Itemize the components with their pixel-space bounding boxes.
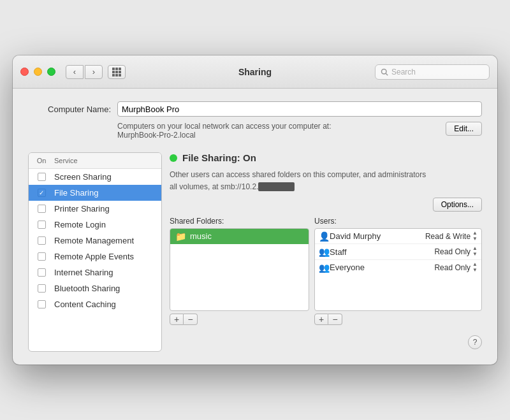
user-perm-stepper-everyone[interactable]: ▲ ▼ [472,262,477,273]
printer-sharing-label: Printer Sharing [54,204,161,214]
service-item-content-caching[interactable]: Content Caching [29,296,161,312]
svg-point-0 [382,69,387,74]
service-item-printer-sharing[interactable]: Printer Sharing [29,201,161,217]
user-row-staff[interactable]: 👥 Staff Read Only ▲ ▼ [315,244,481,260]
user-perm-everyone: Read Only [419,263,470,272]
forward-button[interactable]: › [85,65,103,79]
computer-name-row: Computer Name: [28,101,482,117]
search-placeholder: Search [391,68,416,76]
users-label: Users: [314,217,482,226]
add-user-button[interactable]: + [314,314,328,325]
remove-folder-button[interactable]: − [184,314,198,325]
service-list-header: On Service [29,153,161,169]
main-panel: On Service Screen Sharing File Sharing [28,152,482,352]
service-item-screen-sharing[interactable]: Screen Sharing [29,169,161,185]
close-button[interactable] [20,68,29,76]
screen-sharing-label: Screen Sharing [54,172,161,182]
remote-login-check [38,221,46,229]
users-list: 👤 David Murphy Read & Write ▲ ▼ 👥 [314,228,482,311]
internet-sharing-check [38,268,46,277]
options-row: Options... [170,198,482,212]
user-perm-staff: Read Only [419,247,470,256]
grid-view-button[interactable] [108,65,126,79]
help-button[interactable]: ? [468,335,482,349]
printer-sharing-checkbox[interactable] [29,205,54,213]
remote-management-checkbox[interactable] [29,236,54,245]
forward-icon: › [92,67,95,76]
status-description: Other users can access shared folders on… [170,168,482,192]
service-item-remote-management[interactable]: Remote Management [29,233,161,249]
internet-sharing-label: Internet Sharing [54,268,161,277]
user-perm-stepper-staff[interactable]: ▲ ▼ [472,246,477,257]
remove-user-button[interactable]: − [328,314,342,325]
search-box[interactable]: Search [375,64,490,80]
options-button[interactable]: Options... [433,198,482,212]
service-list: On Service Screen Sharing File Sharing [28,152,162,352]
remote-management-label: Remote Management [54,236,161,245]
shared-folders-list[interactable]: 📁 music [170,228,309,311]
user-list-controls: + − [314,314,482,325]
edit-button[interactable]: Edit... [446,122,482,136]
bluetooth-sharing-label: Bluetooth Sharing [54,284,161,293]
nav-buttons: ‹ › [66,65,103,79]
shared-users-row: Shared Folders: 📁 music + − [170,217,482,325]
user-icon-david: 👤 [319,231,330,242]
remote-login-checkbox[interactable] [29,221,54,229]
window-title: Sharing [238,67,272,77]
computer-name-input[interactable] [117,101,482,117]
user-row-everyone[interactable]: 👥 Everyone Read Only ▲ ▼ [315,260,481,275]
right-panel: File Sharing: On Other users can access … [170,152,482,352]
user-icon-everyone: 👥 [319,263,330,273]
bluetooth-sharing-checkbox[interactable] [29,284,54,293]
folder-list-controls: + − [170,314,309,325]
shared-folders-col: Shared Folders: 📁 music + − [170,217,309,325]
remote-apple-events-label: Remote Apple Events [54,252,161,261]
status-dot-on [170,154,177,162]
internet-sharing-checkbox[interactable] [29,268,54,277]
folder-item-music[interactable]: 📁 music [170,229,309,244]
back-button[interactable]: ‹ [66,65,84,79]
titlebar: ‹ › Sharing Search [13,55,497,89]
file-sharing-label: File Sharing [54,188,161,198]
user-name-everyone: Everyone [330,263,419,272]
service-item-internet-sharing[interactable]: Internet Sharing [29,264,161,280]
user-name-david: David Murphy [330,231,419,241]
add-folder-button[interactable]: + [170,314,184,325]
screen-sharing-check [38,173,46,181]
status-title: File Sharing: On [182,152,256,163]
service-item-bluetooth-sharing[interactable]: Bluetooth Sharing [29,280,161,296]
service-header-on: On [29,157,54,164]
remote-apple-events-checkbox[interactable] [29,252,54,261]
service-item-remote-login[interactable]: Remote Login [29,217,161,233]
service-item-file-sharing[interactable]: File Sharing [29,185,161,201]
service-header-service: Service [54,157,161,164]
minimize-button[interactable] [34,68,42,76]
service-item-remote-apple-events[interactable]: Remote Apple Events [29,249,161,264]
remote-apple-events-check [38,252,46,261]
content-caching-checkbox[interactable] [29,300,54,308]
back-icon: ‹ [73,67,76,76]
bluetooth-sharing-check [38,284,46,293]
content-caching-label: Content Caching [54,300,161,309]
main-window: ‹ › Sharing Search Computer Name: [13,55,497,365]
folder-icon: 📁 [175,231,186,242]
user-row-david[interactable]: 👤 David Murphy Read & Write ▲ ▼ [315,229,481,245]
user-perm-david: Read & Write [419,232,470,241]
file-sharing-checkbox[interactable] [29,189,54,197]
remote-login-label: Remote Login [54,220,161,229]
status-row: File Sharing: On [170,152,482,163]
users-col: Users: 👤 David Murphy Read & Write ▲ ▼ [314,217,482,325]
screen-sharing-checkbox[interactable] [29,173,54,181]
user-perm-stepper-david[interactable]: ▲ ▼ [472,231,477,242]
grid-icon [112,68,121,76]
search-icon [381,68,388,76]
content-area: Computer Name: Computers on your local n… [13,89,497,365]
status-desc-text: Other users can access shared folders on… [170,170,426,191]
remote-management-check [38,236,46,245]
printer-sharing-check [38,205,46,213]
local-network-row: Computers on your local network can acce… [28,122,482,140]
traffic-lights [20,68,55,76]
folder-name-music: music [190,231,212,241]
maximize-button[interactable] [47,68,55,76]
svg-line-1 [386,73,388,75]
